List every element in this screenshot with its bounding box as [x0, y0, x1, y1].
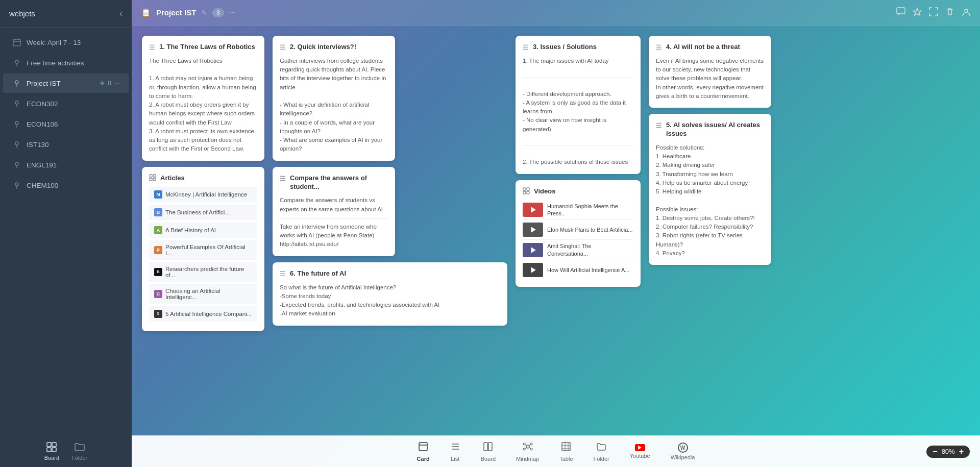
article-item-4[interactable]: P Powerful Examples Of Artificial I...	[149, 240, 257, 260]
topbar-edit-button[interactable]: ✎	[201, 9, 207, 17]
svg-point-36	[526, 445, 529, 448]
card-header: ☰ 1. The Three Laws of Robotics	[149, 43, 257, 52]
toolbar-mindmap[interactable]: Mindmap	[506, 437, 549, 466]
toolbar-list[interactable]: List	[440, 437, 471, 466]
video-thumb	[523, 263, 543, 277]
column-3: ☰ 3. Issues / Solutions 1. The major iss…	[516, 36, 641, 287]
svg-rect-21	[523, 188, 526, 190]
article-item-1[interactable]: M McKinsey | Artificial Intelligence	[149, 187, 257, 202]
card-issues-solutions[interactable]: ☰ 3. Issues / Solutions 1. The major iss…	[516, 36, 641, 174]
toolbar-board[interactable]: Board	[471, 437, 506, 466]
videos-title: Videos	[534, 187, 555, 195]
video-item-3[interactable]: Amit Singhal: The Conversationa...	[523, 240, 633, 260]
card-videos[interactable]: Videos Humanoid Sophia Meets the Press..…	[516, 180, 641, 287]
video-item-2[interactable]: Elon Musk Plans to Beat Artificia...	[523, 220, 633, 240]
svg-rect-20	[153, 178, 156, 181]
card-icon	[418, 441, 428, 454]
sidebar-item-project-ist[interactable]: Project IST 8 ···	[3, 73, 129, 93]
comment-button[interactable]	[896, 7, 905, 18]
footer-folder-label: Folder	[71, 455, 87, 461]
sidebar-collapse-button[interactable]: ‹	[119, 8, 122, 19]
video-label: Elon Musk Plans to Beat Artificia...	[547, 226, 633, 233]
card-body: Gather interviews from college students …	[280, 57, 388, 154]
pin-icon	[12, 58, 21, 67]
svg-point-38	[523, 448, 525, 450]
sidebar-item-free-time[interactable]: Free time activities	[3, 53, 129, 72]
video-item-1[interactable]: Humanoid Sophia Meets the Press..	[523, 200, 633, 220]
video-thumb	[523, 243, 543, 257]
card-three-laws[interactable]: ☰ 1. The Three Laws of Robotics The Thre…	[142, 36, 264, 161]
card-quick-interviews[interactable]: ☰ 2. Quick interviews?! Gather interview…	[273, 36, 395, 161]
topbar-more-button[interactable]: ···	[229, 8, 236, 17]
sidebar-item-week[interactable]: Week: April 7 - 13	[3, 33, 129, 52]
card-title: 6. The future of AI	[290, 269, 346, 278]
card-articles[interactable]: Articles M McKinsey | Artificial Intelli…	[142, 167, 264, 331]
video-item-4[interactable]: How Will Artificial Intelligence A...	[523, 260, 633, 280]
article-icon: M	[154, 190, 162, 199]
article-item-2[interactable]: B The Business of Artifici...	[149, 205, 257, 220]
folder-icon	[596, 441, 606, 454]
article-label: Powerful Examples Of Artificial I...	[165, 244, 252, 256]
videos-header: Videos	[523, 187, 633, 195]
toolbar-table[interactable]: Table	[549, 437, 583, 466]
article-label: Choosing an Artificial Intelligenc...	[165, 288, 252, 300]
svg-point-10	[15, 183, 18, 186]
sidebar-item-econ106[interactable]: ECON106	[3, 114, 129, 134]
topbar-doc-icon: 📋	[141, 8, 151, 17]
sidebar-item-ist130[interactable]: IST130	[3, 135, 129, 154]
zoom-in-button[interactable]: +	[959, 448, 964, 456]
calendar-icon	[12, 38, 21, 47]
toolbar-wikipedia[interactable]: W Wikipedia	[660, 438, 705, 464]
card-future-ai[interactable]: ☰ 6. The future of AI So what is the fut…	[273, 262, 507, 326]
svg-rect-13	[47, 448, 51, 452]
footer-board[interactable]: Board	[44, 441, 59, 461]
article-item-7[interactable]: 5 5 Artificial Intelligence Compani...	[149, 306, 257, 322]
sidebar-item-econ302[interactable]: ECON302	[3, 94, 129, 113]
svg-line-41	[525, 445, 526, 446]
svg-point-16	[965, 9, 968, 12]
toolbar-card-label: Card	[417, 456, 430, 462]
toolbar-youtube[interactable]: Youtube	[620, 440, 660, 463]
more-icon[interactable]: ···	[114, 80, 119, 87]
svg-rect-24	[527, 191, 529, 194]
list-icon: ☰	[280, 270, 286, 278]
svg-marker-25	[531, 207, 536, 213]
item-badge: 8 ···	[99, 80, 119, 87]
svg-line-44	[529, 448, 530, 449]
card-header: ☰ 5. AI solves issues/ AI creates issues	[656, 121, 764, 138]
svg-marker-27	[531, 247, 536, 253]
footer-folder[interactable]: Folder	[71, 441, 87, 461]
sidebar-item-label: Free time activities	[27, 59, 84, 67]
topbar-actions	[896, 7, 971, 18]
article-item-3[interactable]: A A Brief History of AI	[149, 223, 257, 238]
zoom-out-button[interactable]: −	[933, 448, 937, 456]
topbar-badge: 8	[212, 8, 224, 17]
trash-button[interactable]	[945, 7, 954, 18]
card-body-1: Compare the answers of students vs exper…	[280, 196, 388, 214]
list-icon: ☰	[280, 43, 286, 51]
article-label: Researchers predict the future of...	[165, 266, 252, 278]
card-title: 2. Quick interviews?!	[290, 43, 356, 52]
toolbar-board-label: Board	[481, 456, 496, 462]
sidebar: webjets ‹ Week: April 7 - 13 Free time a…	[0, 0, 132, 467]
app-title: webjets	[9, 9, 35, 18]
card-body: Even if AI brings some negative elements…	[656, 57, 764, 101]
star-button[interactable]	[913, 7, 922, 18]
article-item-5[interactable]: B Researchers predict the future of...	[149, 262, 257, 282]
toolbar-card[interactable]: Card	[407, 437, 440, 466]
svg-rect-15	[897, 8, 905, 14]
card-ai-not-threat[interactable]: ☰ 4. AI will not be a threat Even if AI …	[649, 36, 771, 108]
article-icon: P	[154, 246, 162, 254]
user-button[interactable]	[962, 7, 971, 18]
article-item-6[interactable]: C Choosing an Artificial Intelligenc...	[149, 284, 257, 304]
card-ai-solves[interactable]: ☰ 5. AI solves issues/ AI creates issues…	[649, 114, 771, 265]
sidebar-item-label: Week: April 7 - 13	[27, 39, 81, 46]
svg-marker-28	[531, 267, 536, 273]
sidebar-item-engl191[interactable]: ENGL191	[3, 155, 129, 175]
card-header: ☰ 4. AI will not be a threat	[656, 43, 764, 52]
sidebar-item-chem100[interactable]: CHEM100	[3, 176, 129, 195]
divider	[280, 218, 388, 218]
card-compare-answers[interactable]: ☰ Compare the answers of student... Comp…	[273, 167, 395, 256]
toolbar-folder[interactable]: Folder	[583, 437, 620, 466]
fullscreen-button[interactable]	[929, 7, 938, 18]
